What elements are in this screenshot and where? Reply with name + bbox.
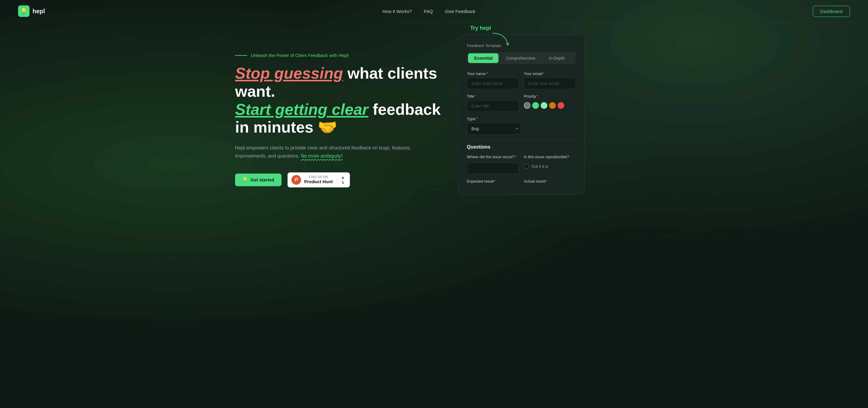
where-input[interactable] — [467, 163, 519, 174]
try-hepl-label: Try hepl — [470, 25, 491, 31]
logo-icon: 💡 — [18, 5, 30, 17]
expected-label: Expected result* — [467, 179, 519, 184]
eyebrow-text: Unleash the Power of Client Feedback wit… — [251, 53, 349, 58]
nav-links: How It Works? FAQ Give Feedback — [382, 9, 475, 14]
hero-section: Unleash the Power of Client Feedback wit… — [235, 35, 446, 187]
reproducible-label: Is this issue reproducible? — [524, 155, 576, 159]
logo[interactable]: 💡 hepl — [18, 5, 45, 17]
hero-eyebrow: Unleash the Power of Client Feedback wit… — [235, 53, 446, 58]
product-hunt-button[interactable]: P FIND US ON Product Hunt ▲ 1 — [287, 172, 350, 187]
form-group-where: Where did the issue occur?* — [467, 155, 519, 174]
email-input[interactable] — [524, 78, 576, 89]
type-label: Type* — [467, 117, 521, 121]
get-started-label: Get started — [250, 177, 274, 182]
product-hunt-name: Product Hunt — [304, 179, 333, 184]
product-hunt-logo: P — [291, 175, 301, 185]
priority-dot-3[interactable] — [549, 102, 556, 109]
reproducible-checkbox-row: Tick if it is — [524, 164, 576, 169]
actual-label: Actual result* — [524, 179, 576, 184]
form-group-priority: Priority* — [524, 94, 576, 112]
where-label: Where did the issue occur?* — [467, 155, 519, 159]
product-hunt-upvote: ▲ 1 — [337, 175, 345, 185]
headline-green: Start getting clear — [235, 101, 368, 118]
form-group-name: Your name* — [467, 71, 519, 89]
name-input[interactable] — [467, 78, 519, 89]
tab-comprehensive[interactable]: Comprehensive — [500, 53, 541, 63]
main-content: Unleash the Power of Client Feedback wit… — [217, 23, 651, 213]
nav-link-faq[interactable]: FAQ — [424, 9, 433, 14]
form-group-reproducible: Is this issue reproducible? Tick if it i… — [524, 155, 576, 174]
type-select[interactable]: Bug Feature Improvement Question — [467, 123, 521, 134]
divider — [467, 139, 576, 139]
tick-label: Tick if it is — [531, 164, 548, 169]
email-label: Your email* — [524, 71, 576, 76]
questions-section: Questions Where did the issue occur?* Is… — [467, 144, 576, 184]
priority-dot-0[interactable] — [524, 102, 530, 109]
form-row-type: Type* Bug Feature Improvement Question — [467, 117, 576, 134]
hero-headline: Stop guessing what clients want. Start g… — [235, 64, 446, 136]
eyebrow-line — [235, 55, 247, 56]
get-started-icon: 💡 — [242, 177, 248, 183]
reproducible-checkbox[interactable] — [524, 164, 529, 169]
upvote-arrow: ▲ — [341, 175, 345, 180]
get-started-button[interactable]: 💡 Get started — [235, 174, 281, 186]
priority-dot-4[interactable] — [558, 102, 564, 109]
template-label: Feedback Template — [467, 43, 576, 48]
navbar: 💡 hepl How It Works? FAQ Give Feedback D… — [0, 0, 868, 23]
hero-description: Hepl empowers clients to provide clear a… — [235, 144, 422, 160]
product-hunt-text: FIND US ON Product Hunt — [304, 176, 333, 184]
form-row-title-priority: Title* Priority* — [467, 94, 576, 112]
logo-text: hepl — [33, 8, 45, 15]
form-group-title: Title* — [467, 94, 519, 112]
tab-in-depth[interactable]: In-Depth — [543, 53, 571, 63]
description-highlight: No more ambiguity! — [301, 153, 343, 158]
form-group-expected: Expected result* — [467, 179, 519, 184]
try-hepl-arrow — [491, 32, 509, 47]
form-group-email: Your email* — [524, 71, 576, 89]
questions-row: Where did the issue occur?* Is this issu… — [467, 155, 576, 174]
upvote-count: 1 — [342, 180, 344, 185]
product-hunt-find-us: FIND US ON — [304, 176, 333, 179]
feedback-panel: Feedback Template Essential Comprehensiv… — [458, 35, 585, 195]
template-tabs: Essential Comprehensive In-Depth — [467, 52, 576, 64]
priority-dots — [524, 102, 576, 109]
title-input[interactable] — [467, 100, 519, 112]
dashboard-button[interactable]: Dashboard — [813, 6, 850, 17]
name-label: Your name* — [467, 71, 519, 76]
form-group-type: Type* Bug Feature Improvement Question — [467, 117, 521, 134]
priority-label: Priority* — [524, 94, 576, 98]
feedback-panel-wrapper: Try hepl Feedback Template Essential Com… — [458, 35, 585, 195]
priority-dot-1[interactable] — [532, 102, 539, 109]
questions-title: Questions — [467, 144, 576, 150]
headline-red: Stop guessing — [235, 64, 343, 82]
form-row-name-email: Your name* Your email* — [467, 71, 576, 89]
nav-link-give-feedback[interactable]: Give Feedback — [445, 9, 475, 14]
nav-link-how-it-works[interactable]: How It Works? — [382, 9, 412, 14]
tab-essential[interactable]: Essential — [468, 53, 498, 63]
hero-actions: 💡 Get started P FIND US ON Product Hunt … — [235, 172, 446, 187]
type-select-wrapper: Bug Feature Improvement Question — [467, 123, 521, 134]
form-group-actual: Actual result* — [524, 179, 576, 184]
result-row: Expected result* Actual result* — [467, 179, 576, 184]
title-label: Title* — [467, 94, 519, 98]
priority-dot-2[interactable] — [541, 102, 547, 109]
